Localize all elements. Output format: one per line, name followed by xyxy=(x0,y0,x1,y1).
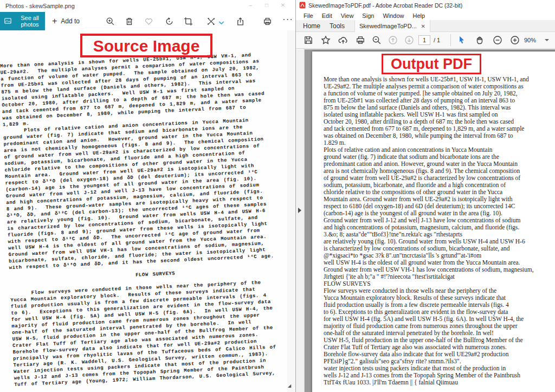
edit-dropdown-chevron-icon[interactable] xyxy=(217,18,226,28)
page-count-label: / 1 xyxy=(434,35,440,45)
search-icon[interactable] xyxy=(372,35,382,45)
tab-tools[interactable]: Tools xyxy=(330,20,345,32)
pdf-text-line: was obtained on December 8, 1980, while … xyxy=(324,132,555,139)
zoom-icon[interactable] xyxy=(106,17,115,26)
add-to-button[interactable]: + Add to xyxy=(52,12,80,30)
add-to-label: Add to xyxy=(61,17,80,25)
next-page-icon[interactable] xyxy=(404,35,414,45)
print-icon[interactable] xyxy=(263,17,272,26)
maximize-button[interactable]: □ xyxy=(259,0,275,12)
pdf-text-line: More than one analysis is shown for well… xyxy=(324,76,555,83)
pdf-text-line: fluid production usually is from a few d… xyxy=(324,301,555,309)
pdf-text-line: wells J-12 and J-13 comes from the Topop… xyxy=(324,372,555,379)
zoom-out-icon[interactable] xyxy=(493,35,502,45)
pdf-text-line: one-half of the saturated interval penet… xyxy=(324,330,555,337)
acrobat-titlebar: SkewedImageToPDF.pdf - Adobe Acrobat Rea… xyxy=(296,0,555,11)
previous-page-icon[interactable] xyxy=(388,35,398,45)
pdf-text-line: UE-29a#2. The multiple analyses permit a… xyxy=(324,83,555,90)
photo-gallery-icon xyxy=(4,17,11,25)
photos-window: Photos - skewSample.png – □ ✕ See all ph… xyxy=(0,0,295,392)
menu-file[interactable]: File xyxy=(299,12,318,19)
close-button[interactable]: ✕ xyxy=(275,0,291,12)
hand-tool-icon[interactable] xyxy=(475,35,485,45)
pdf-document-text: More than one analysis is shown for well… xyxy=(324,76,555,386)
pdf-text-line: Ground water from well J-12 and wel] J-1… xyxy=(324,217,555,224)
pdf-text-line: ground water (fig. 7) indicate that sodi… xyxy=(324,153,555,160)
navigation-pane-collapsed[interactable] xyxy=(296,49,305,392)
crop-icon[interactable] xyxy=(184,17,193,26)
screen: Photos - skewSample.png – □ ✕ See all ph… xyxy=(0,0,555,392)
tab-close-icon[interactable]: ✕ xyxy=(421,21,425,32)
pdf-text-line: majority of fluid production came from n… xyxy=(324,323,555,330)
tab-document[interactable]: SkewedImageToPD... ✕ xyxy=(354,20,430,32)
tab-home[interactable]: Home xyxy=(303,20,320,32)
tab-document-label: SkewedImageToPD... xyxy=(359,21,417,32)
more-options-icon[interactable]: ··· xyxy=(282,14,293,25)
pdf-text-line: Crater Flat Tuff of Tertiary age also wa… xyxy=(324,344,555,351)
acrobat-tabbar: Home Tools SkewedImageToPD... ✕ xyxy=(296,20,555,32)
toolbar-divider xyxy=(450,34,451,46)
pdf-text-line: Ground water from well USW VH-1 has low … xyxy=(324,266,555,273)
favorite-heart-icon[interactable] xyxy=(144,17,153,26)
expand-pane-arrow-icon[interactable] xyxy=(298,208,301,213)
photos-titlebar: Photos - skewSample.png – □ ✕ xyxy=(0,0,295,12)
menu-edit[interactable]: Edit xyxy=(318,12,337,19)
pdf-text-line: 3.&o; 8; aasta"de""tBof3}!tne"n.rekta'c … xyxy=(324,231,555,238)
delete-icon[interactable] xyxy=(125,17,134,26)
pdf-page: Output PDF More than one analysis is sho… xyxy=(312,52,555,392)
pdf-text-line: sodium, potassium, bicarbonate, and fluo… xyxy=(324,182,555,189)
pdf-text-line: Flow surveys were conducted in those wel… xyxy=(324,287,555,294)
see-all-photos-button[interactable]: See all photos xyxy=(0,12,45,30)
pdf-text-line: PFEsiP}g"2." galisuls"seo gca"sfrsy rite… xyxy=(324,358,555,365)
acrobat-window-title: SkewedImageToPDF.pdf - Adobe Acrobat Rea… xyxy=(308,2,462,9)
pdf-text-line: Plots of relative cation and anion conce… xyxy=(324,146,555,153)
menu-window[interactable]: Window xyxy=(378,12,408,19)
menu-sign[interactable]: Sign xyxy=(358,12,378,19)
pdf-view-area: Output PDF More than one analysis is sho… xyxy=(296,49,555,392)
scroll-corner-icon[interactable]: ◢ xyxy=(288,383,291,388)
page-number-input[interactable]: 1 xyxy=(418,35,430,45)
zoom-dropdown-caret-icon[interactable] xyxy=(545,39,549,41)
pdf-text-line: from UE-25b#1 was collected after 28 day… xyxy=(324,97,555,104)
pdf-text-line: FLOW SURVEYS xyxy=(324,280,555,287)
pdf-text-line: predominant cation and anion. However, g… xyxy=(324,160,555,168)
pdf-file-icon xyxy=(299,2,306,10)
pdf-text-line: Borehole flow-survey data also indicate … xyxy=(324,351,555,358)
pdf-text-line: respect to 6180 (del oxygen-18) and 6D (… xyxy=(324,203,555,210)
menu-help[interactable]: Help xyxy=(409,12,430,19)
acrobat-toolbar: 1 / 1 90% xyxy=(296,32,555,49)
pdf-text-line: area is not chemically homogeneous (figs… xyxy=(324,168,555,175)
pdf-text-line: chloride relative to the compositions of… xyxy=(324,189,555,196)
pdf-text-line: isolated using inflatable packers. Well … xyxy=(324,111,555,118)
photo-view-area: Source Image More than one analysis is s… xyxy=(0,30,295,392)
pdf-text-line: to 6). Exceptions to this generalization… xyxy=(324,309,555,316)
rotate-icon[interactable] xyxy=(165,17,174,26)
pdf-text-line: of ground water from well UE-29a#2 is ch… xyxy=(324,175,555,182)
menu-view[interactable]: View xyxy=(337,12,358,19)
plus-icon: + xyxy=(52,16,57,26)
zoom-in-icon[interactable] xyxy=(510,35,520,45)
minimize-button[interactable]: – xyxy=(242,0,259,12)
print-icon[interactable] xyxy=(356,35,365,45)
pdf-text-line: water injection tests using packers indi… xyxy=(324,365,555,372)
pdf-text-line: October 20, 1980, after drilling to a de… xyxy=(324,118,555,125)
pdf-text-line: and high concentrations of potassium, ma… xyxy=(324,224,555,231)
share-icon[interactable] xyxy=(236,17,245,26)
skewed-document-text: More than one analysis is shown for well… xyxy=(0,51,287,388)
pdf-text-line: Yucca Mountain exploratory block. Result… xyxy=(324,294,555,301)
save-icon[interactable] xyxy=(304,35,313,45)
pdf-text-line: are relatively young (fig. 10). Ground w… xyxy=(324,238,555,245)
star-icon[interactable] xyxy=(321,35,331,45)
output-pdf-annotation: Output PDF xyxy=(382,54,481,74)
pdf-text-line: USW H-5, fluid production in the upper o… xyxy=(324,337,555,344)
pdf-text-line: Mountain area. Ground water from well UE… xyxy=(324,196,555,203)
pdf-text-line: TtfT4x fUau 1033. |J'll'm Tdaemn || { fa… xyxy=(324,379,555,386)
pdf-text-line: 1.829 m. xyxy=(324,139,555,146)
select-tool-icon[interactable] xyxy=(457,35,467,45)
pdf-text-line: is characterized by low concentrations o… xyxy=(324,245,555,252)
edit-create-icon[interactable] xyxy=(206,17,216,26)
pdf-text-line: well USW H-4 is the oldest of all ground… xyxy=(324,259,555,266)
cloud-upload-icon[interactable] xyxy=(338,35,348,45)
photos-window-title: Photos - skewSample.png xyxy=(5,3,75,9)
zoom-level-select[interactable]: 90% xyxy=(524,35,536,45)
